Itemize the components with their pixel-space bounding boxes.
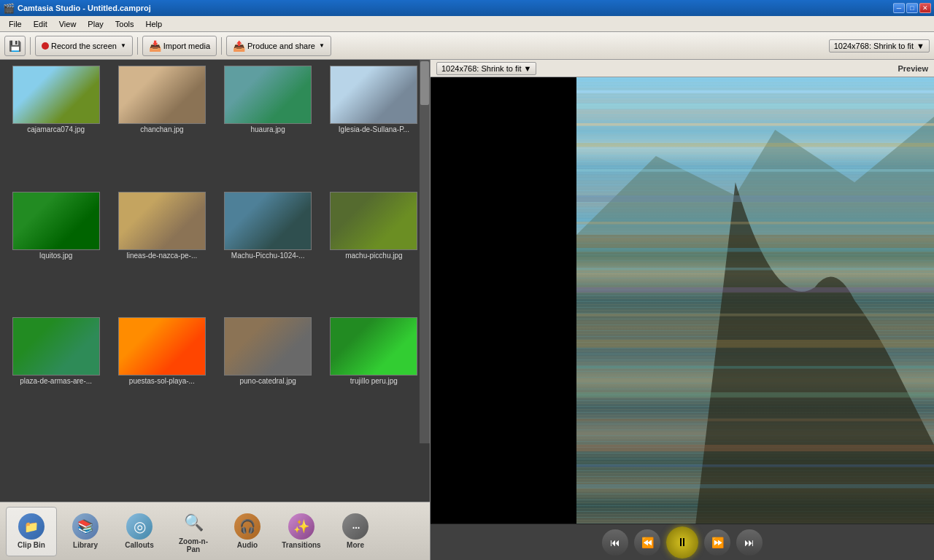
list-item[interactable]: Machu-Picchu-1024-... [215, 189, 321, 315]
svg-rect-13 [576, 222, 934, 225]
preview-size-value: 1024x768: Shrink to fit [441, 64, 521, 73]
preview-size-selector[interactable]: 1024x768: Shrink to fit ▼ [829, 39, 930, 52]
svg-rect-14 [576, 268, 934, 271]
list-item[interactable]: machu-picchu.jpg [321, 189, 427, 315]
record-dot-icon [42, 42, 49, 50]
tab-transitions[interactable]: ✨ Transitions [276, 507, 327, 556]
media-thumbnail [330, 66, 417, 124]
preview-area [431, 77, 934, 524]
list-item[interactable]: puno-catedral.jpg [215, 314, 321, 440]
svg-rect-11 [576, 123, 934, 126]
callouts-icon: ◎ [126, 513, 153, 540]
rewind-button[interactable]: ⏪ [634, 529, 660, 556]
media-filename: Machu-Picchu-1024-... [231, 252, 305, 260]
skip-to-start-button[interactable]: ⏮ [602, 529, 628, 556]
close-button[interactable]: ✕ [919, 3, 931, 13]
menu-edit[interactable]: Edit [28, 18, 53, 30]
list-item[interactable]: Iquitos.jpg [3, 189, 109, 315]
svg-rect-16 [576, 366, 934, 369]
preview-size-arrow: ▼ [916, 42, 925, 50]
tab-library[interactable]: 📚 Library [60, 507, 111, 556]
preview-title: Preview [898, 64, 928, 73]
toolbar-separator-1 [30, 37, 31, 55]
import-icon: 📥 [149, 40, 161, 52]
fast-forward-button[interactable]: ⏩ [704, 529, 730, 556]
svg-rect-4 [576, 248, 934, 252]
media-thumbnail [118, 66, 206, 124]
media-filename: Iquitos.jpg [39, 252, 73, 260]
main-layout: cajamarca074.jpg chanchan.jpg huaura.jpg… [0, 60, 934, 560]
maximize-button[interactable]: □ [906, 3, 918, 13]
preview-size-control[interactable]: 1024x768: Shrink to fit ▼ [436, 62, 536, 75]
svg-rect-2 [576, 143, 934, 147]
audio-label: Audio [237, 541, 258, 549]
produce-share-button[interactable]: 📤 Produce and share ▼ [226, 36, 331, 56]
tab-more[interactable]: ··· More [330, 507, 381, 556]
list-item[interactable]: chanchan.jpg [109, 63, 215, 189]
media-panel: cajamarca074.jpg chanchan.jpg huaura.jpg… [0, 60, 430, 502]
preview-size-label: 1024x768: Shrink to fit [834, 42, 914, 50]
media-filename: Iglesia-de-Sullana-P... [339, 125, 409, 133]
record-screen-button[interactable]: Record the screen ▼ [35, 36, 133, 56]
window-controls[interactable]: ─ □ ✕ [893, 3, 931, 13]
media-thumbnail [224, 66, 312, 124]
media-thumbnail [118, 317, 206, 376]
tab-clip-bin[interactable]: 📁 Clip Bin [6, 507, 57, 556]
media-filename: plaza-de-armas-are-... [20, 377, 92, 385]
tab-zoom-pan[interactable]: 🔍 Zoom-n- Pan [168, 507, 219, 556]
import-media-button[interactable]: 📥 Import media [142, 36, 217, 56]
transitions-icon: ✨ [288, 513, 314, 540]
tab-callouts[interactable]: ◎ Callouts [114, 507, 165, 556]
svg-rect-8 [576, 445, 934, 451]
preview-frame-content [576, 77, 934, 524]
produce-label: Produce and share [247, 42, 315, 50]
zoom-pan-icon: 🔍 [180, 510, 207, 536]
skip-to-end-button[interactable]: ⏭ [736, 529, 763, 556]
record-label: Record the screen [51, 42, 117, 50]
media-thumbnail [118, 192, 206, 250]
list-item[interactable]: trujillo peru.jpg [321, 314, 427, 440]
svg-rect-10 [576, 90, 934, 93]
save-button[interactable]: 💾 [4, 36, 26, 56]
list-item[interactable]: puestas-sol-playa-... [109, 314, 215, 440]
tab-audio[interactable]: 🎧 Audio [222, 507, 273, 556]
preview-size-chevron: ▼ [523, 64, 531, 73]
svg-rect-17 [576, 419, 934, 421]
play-pause-button[interactable]: ⏸ [666, 526, 698, 559]
svg-rect-18 [576, 464, 934, 467]
scrollbar-thumb[interactable] [420, 61, 429, 105]
preview-video-frame [576, 77, 934, 524]
media-filename: trujillo peru.jpg [350, 377, 398, 385]
import-label: Import media [163, 42, 210, 50]
media-grid: cajamarca074.jpg chanchan.jpg huaura.jpg… [0, 60, 430, 443]
clip-bin-label: Clip Bin [18, 541, 45, 549]
list-item[interactable]: lineas-de-nazca-pe-... [109, 189, 215, 315]
menu-file[interactable]: File [3, 18, 28, 30]
menu-help[interactable]: Help [139, 18, 168, 30]
list-item[interactable]: plaza-de-armas-are-... [3, 314, 109, 440]
menu-tools[interactable]: Tools [109, 18, 140, 30]
list-item[interactable]: Iglesia-de-Sullana-P... [321, 63, 427, 189]
list-item[interactable]: cajamarca074.jpg [3, 63, 109, 189]
media-filename: puestas-sol-playa-... [129, 377, 195, 385]
list-item[interactable]: huaura.jpg [215, 63, 321, 189]
media-thumbnail [330, 192, 417, 250]
toolbar-separator-2 [137, 37, 138, 55]
transitions-label: Transitions [282, 541, 320, 549]
minimize-button[interactable]: ─ [893, 3, 905, 13]
svg-rect-6 [576, 340, 934, 348]
app-title: Camtasia Studio - Untitled.camproj [18, 4, 893, 12]
callouts-label: Callouts [125, 541, 153, 549]
menu-view[interactable]: View [53, 18, 82, 30]
right-panel: 1024x768: Shrink to fit ▼ Preview [431, 60, 934, 560]
save-icon: 💾 [9, 40, 21, 52]
produce-icon: 📤 [233, 40, 245, 52]
media-thumbnail [12, 317, 100, 376]
toolbar: 💾 Record the screen ▼ 📥 Import media 📤 P… [0, 32, 934, 60]
media-scrollbar[interactable] [420, 60, 430, 443]
svg-rect-9 [576, 484, 934, 488]
media-thumbnail [224, 317, 312, 376]
record-dropdown-arrow: ▼ [120, 42, 126, 49]
svg-rect-15 [576, 314, 934, 316]
menu-play[interactable]: Play [82, 18, 109, 30]
